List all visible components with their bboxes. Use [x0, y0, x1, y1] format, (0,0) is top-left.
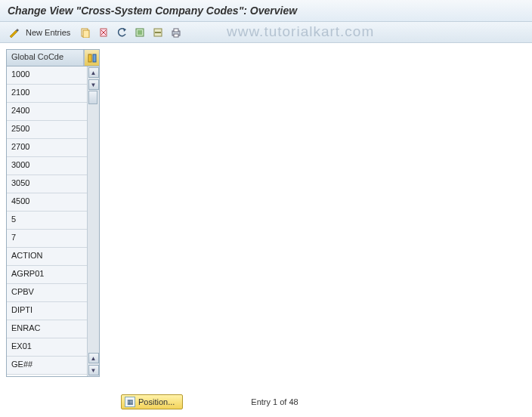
- scroll-thumb[interactable]: [88, 91, 97, 104]
- svg-rect-12: [88, 54, 91, 62]
- grid-cell[interactable]: 2500: [7, 121, 87, 139]
- toolbar: New Entries www.tutorialkart.com: [0, 22, 532, 43]
- scroll-down-page-icon[interactable]: ▼: [88, 365, 99, 375]
- grid-cell[interactable]: EX01: [7, 338, 87, 357]
- grid-cell[interactable]: 2700: [7, 139, 87, 157]
- grid-cell[interactable]: DIPTI: [7, 302, 87, 320]
- svg-rect-6: [138, 30, 142, 35]
- change-display-icon[interactable]: [6, 25, 21, 40]
- vertical-scrollbar[interactable]: ▲ ▼ ▲ ▼: [87, 66, 99, 376]
- grid-cell[interactable]: 1000: [7, 66, 87, 85]
- grid-cell[interactable]: ACTION: [7, 248, 87, 266]
- footer: ▦ Position... Entry 1 of 48: [0, 394, 532, 409]
- grid-cell[interactable]: 3000: [7, 157, 87, 175]
- grid-cell[interactable]: ENRAC: [7, 320, 87, 338]
- company-code-grid: Global CoCde 100021002400250027003000305…: [6, 49, 100, 377]
- configure-columns-icon[interactable]: [84, 50, 99, 66]
- position-button[interactable]: ▦ Position...: [121, 394, 183, 409]
- copy-icon[interactable]: [78, 25, 93, 40]
- grid-cell[interactable]: 7: [7, 230, 87, 248]
- undo-icon[interactable]: [114, 25, 129, 40]
- svg-rect-1: [83, 30, 89, 38]
- grid-cell[interactable]: 2100: [7, 85, 87, 103]
- grid-cell[interactable]: 2400: [7, 103, 87, 121]
- grid-cell[interactable]: 5: [7, 212, 87, 230]
- grid-cell[interactable]: AGRP01: [7, 266, 87, 284]
- grid-cell[interactable]: GE##: [7, 357, 87, 375]
- position-icon: ▦: [125, 397, 135, 407]
- page-title: Change View "Cross-System Company Codes"…: [0, 0, 532, 22]
- column-header-global-cocde[interactable]: Global CoCde: [7, 50, 84, 66]
- watermark-text: www.tutorialkart.com: [227, 23, 374, 40]
- print-icon[interactable]: [169, 25, 184, 40]
- select-all-icon[interactable]: [132, 25, 147, 40]
- grid-cell[interactable]: 4500: [7, 193, 87, 212]
- grid-cell[interactable]: 3050: [7, 175, 87, 193]
- svg-rect-11: [174, 34, 178, 37]
- grid-cell[interactable]: CPBV: [7, 284, 87, 302]
- svg-rect-13: [93, 54, 96, 62]
- scroll-up-page-icon[interactable]: ▲: [88, 353, 99, 363]
- deselect-all-icon[interactable]: [150, 25, 165, 40]
- content-area: Global CoCde 100021002400250027003000305…: [0, 43, 532, 383]
- new-entries-button[interactable]: New Entries: [24, 28, 75, 37]
- grid-header: Global CoCde: [7, 50, 99, 66]
- delete-icon[interactable]: [96, 25, 111, 40]
- scroll-track[interactable]: [88, 91, 99, 352]
- position-label: Position...: [138, 397, 175, 406]
- entry-counter: Entry 1 of 48: [251, 397, 298, 406]
- svg-rect-10: [174, 29, 178, 32]
- scroll-up-icon[interactable]: ▲: [88, 67, 99, 78]
- scroll-down-icon[interactable]: ▼: [88, 79, 99, 90]
- grid-rows: 1000210024002500270030003050450057ACTION…: [7, 66, 87, 376]
